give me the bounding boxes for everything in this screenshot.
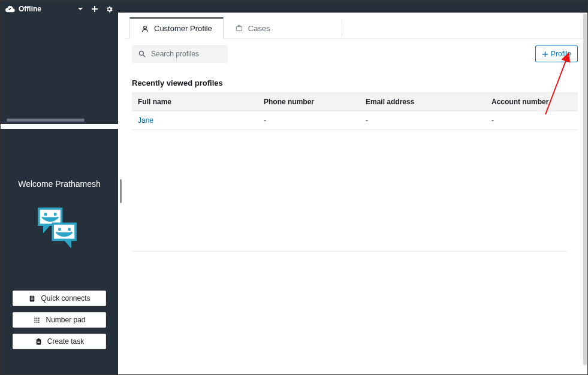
svg-point-16	[38, 321, 40, 322]
search-icon	[138, 50, 146, 58]
svg-rect-20	[37, 342, 40, 343]
svg-point-13	[38, 319, 40, 320]
profiles-table: Full name Phone number Email address Acc…	[132, 92, 578, 130]
tab-customer-profile-label: Customer Profile	[154, 24, 212, 33]
search-input[interactable]: Search profiles	[132, 45, 228, 63]
quick-connects-label: Quick connects	[41, 294, 90, 303]
svg-point-9	[37, 317, 38, 319]
svg-rect-22	[236, 27, 242, 31]
tab-cases-label: Cases	[248, 24, 270, 33]
svg-rect-6	[31, 298, 34, 298]
svg-rect-19	[37, 340, 40, 341]
table-row: Jane - - -	[132, 111, 578, 130]
welcome-panel: Welcome Prathamesh	[1, 129, 118, 374]
svg-rect-17	[37, 339, 41, 344]
svg-point-14	[35, 321, 36, 322]
profile-account: -	[486, 111, 578, 130]
sidebar: Offline Welcome Prathamesh	[1, 1, 118, 374]
profile-email: -	[360, 111, 486, 130]
create-task-button[interactable]: Create task	[13, 334, 106, 349]
svg-rect-2	[58, 228, 61, 231]
plus-icon	[542, 51, 548, 58]
search-placeholder: Search profiles	[151, 50, 199, 58]
col-phone: Phone number	[258, 93, 360, 111]
profile-name-link[interactable]: Jane	[132, 111, 258, 130]
svg-point-23	[139, 51, 143, 55]
svg-point-15	[37, 321, 38, 322]
add-profile-button[interactable]: Profile	[535, 46, 578, 62]
contacts-panel	[1, 17, 118, 124]
create-task-label: Create task	[47, 337, 84, 346]
new-contact-button[interactable]	[91, 5, 98, 13]
number-pad-button[interactable]: Number pad	[13, 312, 106, 328]
cloud-offline-icon	[5, 5, 15, 13]
agent-status-label: Offline	[19, 5, 41, 13]
horizontal-scrollbar[interactable]	[7, 119, 85, 122]
svg-point-8	[35, 317, 36, 319]
col-email: Email address	[360, 93, 486, 111]
main-content: Customer Profile Cases Search profiles P…	[125, 13, 585, 366]
agent-status-bar: Offline	[1, 1, 118, 17]
svg-point-12	[37, 319, 38, 320]
svg-line-24	[143, 55, 146, 58]
tabs: Customer Profile Cases	[125, 17, 585, 39]
tab-customer-profile[interactable]: Customer Profile	[129, 17, 224, 39]
recently-viewed-heading: Recently viewed profiles	[132, 78, 578, 87]
vertical-scrollbar-track[interactable]	[583, 13, 587, 366]
col-account: Account number	[486, 93, 578, 111]
chat-illustration-icon	[32, 204, 86, 246]
briefcase-icon	[235, 24, 243, 32]
welcome-text: Welcome Prathamesh	[18, 179, 100, 189]
tab-cases[interactable]: Cases	[224, 17, 282, 38]
svg-rect-18	[38, 338, 40, 340]
status-dropdown[interactable]	[77, 5, 84, 13]
svg-rect-7	[31, 299, 34, 300]
quick-connects-button[interactable]: Quick connects	[13, 291, 106, 306]
profile-phone: -	[258, 111, 360, 130]
svg-rect-1	[54, 213, 57, 216]
vertical-scrollbar-thumb[interactable]	[583, 14, 587, 365]
col-full-name: Full name	[132, 93, 258, 111]
svg-rect-3	[68, 228, 71, 231]
svg-point-21	[144, 26, 147, 29]
add-profile-label: Profile	[551, 50, 571, 58]
svg-rect-0	[44, 213, 47, 216]
number-pad-label: Number pad	[46, 316, 85, 324]
panel-resize-handle[interactable]	[120, 179, 122, 203]
svg-point-11	[35, 319, 36, 320]
person-icon	[141, 25, 149, 33]
svg-rect-5	[31, 297, 34, 297]
svg-point-10	[38, 317, 40, 319]
settings-button[interactable]	[105, 5, 113, 13]
